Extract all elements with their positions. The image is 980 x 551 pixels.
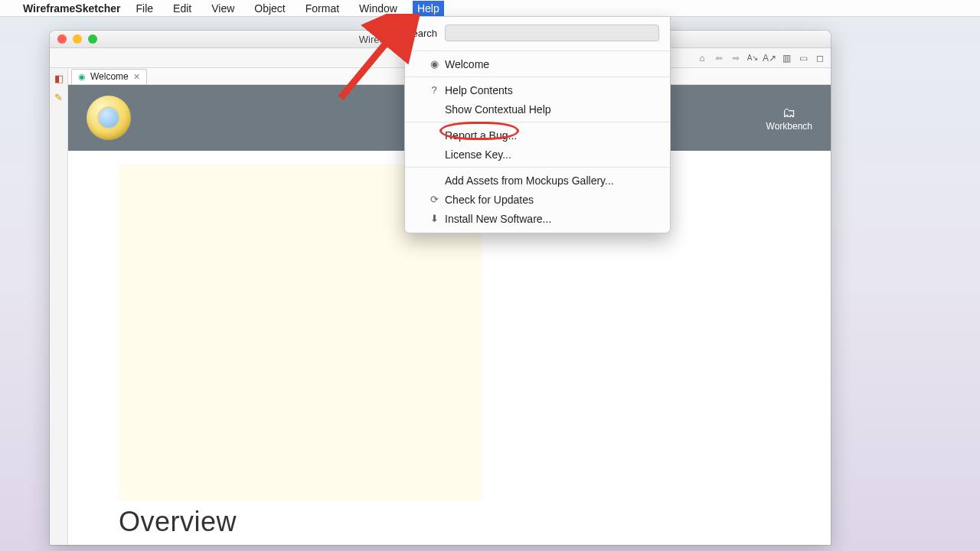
help-search-input[interactable] (445, 24, 659, 41)
minimize-view-icon[interactable]: ▭ (797, 52, 809, 64)
menu-separator (405, 77, 670, 77)
app-name[interactable]: WireframeSketcher (23, 2, 121, 15)
help-dropdown: Search ◉ Welcome ? Help Contents Show Co… (404, 17, 671, 233)
menu-separator (405, 167, 670, 168)
close-tab-icon[interactable]: ✕ (133, 72, 140, 82)
home-icon[interactable]: ⌂ (696, 52, 708, 64)
left-toolbar: ◧ ✎ (50, 68, 68, 545)
menu-help[interactable]: Help (413, 1, 444, 16)
forward-icon[interactable]: ➡ (730, 52, 742, 64)
updates-icon: ⟳ (428, 194, 440, 205)
workbench-icon: 🗂 (766, 105, 812, 121)
panel-icon[interactable]: ▥ (780, 52, 792, 64)
menu-help-contents[interactable]: ? Help Contents (405, 80, 670, 99)
menubar: WireframeSketcher File Edit View Object … (0, 0, 980, 17)
search-label: Search (405, 28, 445, 39)
tab-welcome[interactable]: ◉ Welcome ✕ (71, 69, 147, 84)
font-decrease-icon[interactable]: A↘ (746, 52, 759, 64)
menu-edit[interactable]: Edit (168, 1, 196, 16)
back-icon[interactable]: ⬅ (713, 52, 725, 64)
install-icon: ⬇ (428, 213, 440, 224)
globe-icon (87, 96, 131, 140)
welcome-tab-icon: ◉ (78, 72, 86, 82)
menu-add-assets[interactable]: Add Assets from Mockups Gallery... (405, 171, 670, 190)
menu-license-key[interactable]: License Key... (405, 145, 670, 164)
font-increase-icon[interactable]: A↗ (763, 52, 776, 64)
menu-window[interactable]: Window (354, 1, 402, 16)
menu-report-bug[interactable]: Report a Bug... (405, 126, 670, 145)
menu-separator (405, 122, 670, 122)
tab-label: Welcome (90, 71, 129, 82)
workbench-link[interactable]: 🗂 Workbench (766, 105, 812, 132)
menu-check-updates[interactable]: ⟳ Check for Updates (405, 190, 670, 209)
outline-icon[interactable]: ✎ (54, 92, 63, 103)
maximize-view-icon[interactable]: ◻ (814, 52, 826, 64)
menu-format[interactable]: Format (301, 1, 344, 16)
menu-view[interactable]: View (207, 1, 239, 16)
menu-welcome[interactable]: ◉ Welcome (405, 54, 670, 73)
help-search-row: Search (405, 17, 670, 47)
help-icon: ? (428, 84, 440, 96)
perspective-icon[interactable]: ◧ (54, 73, 64, 84)
workbench-label: Workbench (766, 121, 812, 132)
menu-file[interactable]: File (132, 1, 158, 16)
menu-object[interactable]: Object (250, 1, 289, 16)
menu-contextual-help[interactable]: Show Contextual Help (405, 99, 670, 119)
menu-install-software[interactable]: ⬇ Install New Software... (405, 209, 670, 228)
welcome-icon: ◉ (428, 58, 440, 70)
menu-separator (405, 51, 670, 51)
page-title: Overview (119, 506, 780, 538)
